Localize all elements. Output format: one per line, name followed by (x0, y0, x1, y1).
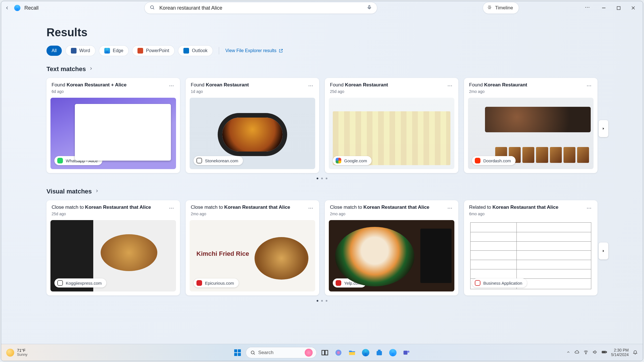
web-icon (57, 280, 63, 286)
search-input[interactable] (159, 5, 363, 11)
source-pill: Koggiiexpress.com (54, 278, 106, 288)
svg-point-12 (448, 86, 449, 86)
card-thumbnail: Business Application (468, 220, 594, 291)
recall-taskbar-button[interactable] (387, 347, 398, 358)
filter-outlook[interactable]: Outlook (178, 46, 213, 56)
card-more-button[interactable] (307, 82, 314, 91)
text-result-card[interactable]: Found Korean Restaurant 1d ago Stonekore (186, 78, 319, 173)
visual-result-card[interactable]: Related to Korean Restaurant that Alice … (464, 200, 598, 295)
back-button[interactable] (3, 4, 11, 12)
visual-matches-header[interactable]: Visual matches (46, 188, 598, 195)
text-matches-header[interactable]: Text matches (46, 65, 598, 73)
card-more-button[interactable] (168, 82, 175, 91)
card-more-button[interactable] (168, 204, 175, 213)
clock-time[interactable]: 2:30 PM (614, 348, 629, 352)
epicurious-icon (196, 280, 202, 286)
svg-point-25 (450, 208, 450, 209)
visual-result-card[interactable]: Close match to Korean Restaurant that Al… (46, 200, 180, 295)
page-dots[interactable] (46, 300, 598, 302)
text-result-card[interactable]: Found Korean Restaurant 2mo ago (464, 78, 598, 173)
source-pill: Whatsapp - Alice (54, 156, 102, 165)
card-more-button[interactable] (586, 204, 592, 213)
svg-rect-1 (369, 5, 370, 8)
scroll-right-button[interactable] (599, 120, 608, 137)
svg-point-2 (585, 7, 586, 8)
card-title: Close match to Korean Restaurant that Al… (52, 204, 151, 210)
card-age: 25d ago (52, 212, 151, 216)
timeline-label: Timeline (495, 5, 513, 11)
svg-point-41 (408, 351, 410, 353)
svg-rect-30 (234, 349, 237, 352)
text-result-card[interactable]: Found Korean Restaurant 25d ago Google.c (325, 78, 458, 173)
card-age: 25d ago (330, 89, 388, 94)
svg-point-34 (251, 351, 254, 354)
copilot-button[interactable] (333, 347, 344, 358)
visual-result-card[interactable]: Close match to Korean Restaurant that Al… (186, 200, 319, 295)
svg-point-24 (448, 208, 449, 209)
svg-point-3 (587, 7, 588, 8)
visual-result-card[interactable]: Close match to Korean Restaurant that Al… (325, 200, 458, 295)
maximize-button[interactable] (611, 1, 626, 14)
microphone-icon[interactable] (367, 5, 372, 11)
svg-rect-39 (378, 350, 380, 351)
svg-point-28 (589, 208, 590, 209)
card-age: 1d ago (191, 89, 249, 94)
page-dots[interactable] (46, 178, 598, 179)
search-bar[interactable] (145, 2, 377, 14)
svg-point-22 (310, 208, 311, 209)
card-more-button[interactable] (586, 82, 592, 91)
card-more-button[interactable] (446, 204, 453, 213)
window-more-button[interactable] (584, 5, 590, 11)
filter-all[interactable]: All (46, 46, 62, 56)
svg-point-16 (589, 86, 590, 86)
text-matches-title: Text matches (46, 65, 86, 73)
filter-powerpoint[interactable]: PowerPoint (132, 46, 174, 56)
source-label: Yelp.com (344, 281, 361, 286)
source-pill: Google.com (333, 156, 372, 165)
view-file-explorer-link[interactable]: View File Explorer results (225, 48, 283, 53)
card-more-button[interactable] (446, 82, 453, 91)
scroll-right-button[interactable] (599, 242, 608, 259)
filter-edge-label: Edge (113, 48, 123, 53)
task-view-button[interactable] (319, 347, 330, 358)
timeline-button[interactable]: Timeline (483, 2, 519, 14)
card-title: Related to Korean Restaurant that Alice (469, 204, 558, 210)
teams-button[interactable] (401, 347, 412, 358)
onedrive-icon[interactable] (574, 350, 579, 356)
svg-point-8 (173, 86, 174, 86)
svg-point-7 (171, 86, 172, 86)
filter-word[interactable]: Word (66, 46, 95, 56)
notifications-icon[interactable] (633, 350, 638, 356)
filter-outlook-label: Outlook (192, 48, 207, 53)
store-button[interactable] (374, 347, 385, 358)
svg-rect-40 (404, 351, 408, 355)
svg-point-29 (590, 208, 591, 209)
outlook-icon (183, 48, 189, 54)
minimize-button[interactable] (596, 1, 611, 14)
source-pill: Stonekorean.com (194, 156, 243, 165)
app-logo (14, 5, 20, 11)
wifi-icon[interactable] (583, 350, 588, 356)
card-title: Found Korean Restaurant + Alice (52, 82, 126, 88)
svg-rect-33 (238, 353, 241, 356)
filter-edge[interactable]: Edge (99, 46, 128, 56)
edge-button[interactable] (360, 347, 371, 358)
start-button[interactable] (232, 347, 243, 358)
taskbar-search[interactable]: Search (246, 347, 317, 358)
card-thumbnail: Stonekorean.com (190, 98, 315, 169)
tray-expand-icon[interactable] (566, 350, 570, 355)
close-button[interactable] (626, 1, 641, 14)
powerpoint-icon (137, 48, 143, 54)
card-thumbnail: Whatsapp - Alice (50, 98, 176, 169)
card-more-button[interactable] (307, 204, 314, 213)
taskbar: 71°F Sunny Search (1, 344, 643, 361)
volume-icon[interactable] (592, 350, 598, 356)
text-result-card[interactable]: Found Korean Restaurant + Alice 6d ago W… (46, 78, 180, 173)
file-explorer-button[interactable] (347, 347, 357, 358)
edge-icon (104, 48, 110, 54)
clock-date[interactable]: 5/14/2024 (611, 353, 629, 357)
weather-widget[interactable]: 71°F Sunny (6, 348, 27, 357)
battery-icon[interactable] (601, 349, 607, 356)
card-title: Found Korean Restaurant (191, 82, 249, 88)
card-thumbnail: Doordash.com (468, 98, 594, 169)
